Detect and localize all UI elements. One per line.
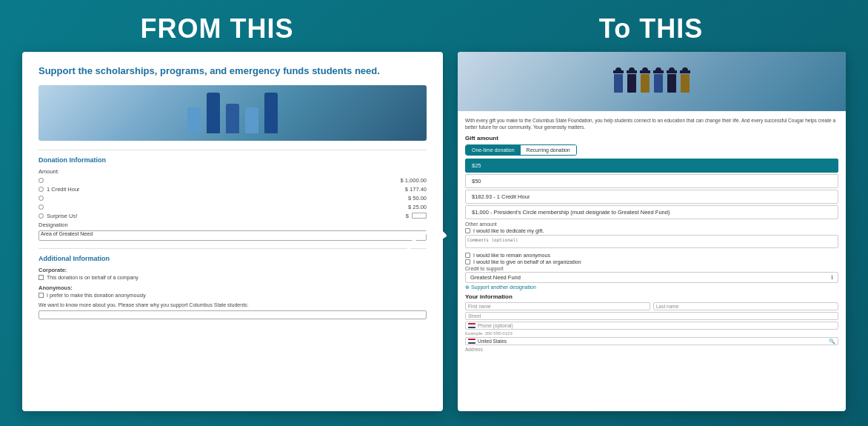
tab-row: One-time donation Recurring donation xyxy=(465,144,577,156)
content-row: Support the scholarships, programs, and … xyxy=(0,52,868,426)
donation-row-3: $ 25.00 xyxy=(39,204,427,210)
right-panel: With every gift you make to the Columbus… xyxy=(458,52,846,411)
fund-name: Greatest Need Fund xyxy=(470,274,521,281)
header-right: To THIS xyxy=(434,13,868,44)
grad-gown-2 xyxy=(627,74,636,93)
radio-4[interactable] xyxy=(39,213,44,219)
grad-cap-5 xyxy=(667,70,677,73)
donation-amount-3: $ 25.00 xyxy=(397,204,427,210)
other-amount-label: Other amount xyxy=(465,222,838,227)
last-name-field[interactable]: Last name xyxy=(653,302,838,310)
header-row: FROM THIS To THIS xyxy=(0,0,868,52)
corporate-item: Corporate: This donation is on behalf of… xyxy=(39,267,427,280)
phone-example: Example: 200 555-0123 xyxy=(465,331,838,336)
country-search-icon: 🔍 xyxy=(829,339,835,345)
corporate-label: Corporate: xyxy=(39,267,427,273)
dedicate-checkbox[interactable] xyxy=(465,228,470,233)
new-form-image xyxy=(458,52,846,111)
grad-cap-2 xyxy=(627,70,637,73)
old-form-image xyxy=(39,85,427,141)
grad-figure-2 xyxy=(627,70,637,93)
donation-section: Donation Information Amount: $ 1,000.00 … xyxy=(39,150,427,241)
radio-2[interactable] xyxy=(39,196,44,201)
behalf-checkbox-row: I would like to give on behalf of an org… xyxy=(465,259,838,264)
donation-label-3 xyxy=(39,204,397,210)
phone-row[interactable]: Phone (optional) xyxy=(465,322,838,330)
figure-2 xyxy=(207,93,220,133)
donation-row-2: $ 50.00 xyxy=(39,195,427,202)
donation-row-1: 1 Credit Hour $ 177.40 xyxy=(39,186,427,193)
first-name-field[interactable]: First name xyxy=(465,302,650,310)
amount-option-0[interactable]: $25 xyxy=(465,159,838,173)
anonymous-item: Anonymous: I prefer to make this donatio… xyxy=(39,284,427,298)
address-label: Address xyxy=(465,347,483,352)
dedicate-label: I would like to dedicate my gift. xyxy=(473,228,544,233)
tab-recurring[interactable]: Recurring donation xyxy=(521,145,576,155)
main-container: FROM THIS To THIS Support the scholarshi… xyxy=(0,0,868,426)
donation-amount-1: $ 177.40 xyxy=(397,186,427,193)
corporate-checkbox-label: This donation is on behalf of a company xyxy=(47,275,138,280)
figure-3 xyxy=(226,104,239,133)
designation-select-wrap: Area of Greatest Need xyxy=(39,230,427,241)
grad-figure-5 xyxy=(667,70,677,93)
anonymous-label-new: I would like to remain anonymous xyxy=(473,253,550,258)
designation-label: Designation xyxy=(39,222,427,228)
grad-figure-1 xyxy=(613,70,624,93)
additional-section: Additional Information Corporate: This d… xyxy=(39,248,427,319)
support-link[interactable]: ⊕ Support another designation xyxy=(465,284,838,290)
anonymous-label: Anonymous: xyxy=(39,284,427,291)
figure-5 xyxy=(264,93,278,133)
grad-gown-6 xyxy=(681,74,690,93)
grad-cap-3 xyxy=(640,70,650,73)
amount-option-3[interactable]: $1,000 - President's Circle membership (… xyxy=(465,205,838,219)
anonymous-checkbox-new[interactable] xyxy=(465,253,470,258)
street-field[interactable]: Street xyxy=(465,312,838,320)
grad-figure-3 xyxy=(640,70,650,93)
donation-row-0: $ 1,000.00 xyxy=(39,177,427,184)
support-textarea[interactable] xyxy=(39,310,427,319)
corporate-checkbox-row: This donation is on behalf of a company xyxy=(39,275,427,280)
tab-one-time[interactable]: One-time donation xyxy=(466,145,521,155)
grad-cap-1 xyxy=(613,70,624,73)
radio-0[interactable] xyxy=(39,178,44,183)
donation-label-1: 1 Credit Hour xyxy=(39,186,397,193)
amount-option-2[interactable]: $182.93 - 1 Credit Hour xyxy=(465,190,838,204)
comment-textarea[interactable] xyxy=(465,235,838,248)
fund-icon: ℹ xyxy=(831,274,833,281)
grad-cap-6 xyxy=(680,70,690,73)
radio-3[interactable] xyxy=(39,204,44,210)
donation-amount-2: $ 50.00 xyxy=(397,195,427,202)
anonymous-checkbox-row-new: I would like to remain anonymous xyxy=(465,253,838,258)
designation-select[interactable]: Area of Greatest Need xyxy=(39,230,427,241)
new-form-inner: With every gift you make to the Columbus… xyxy=(458,117,846,359)
behalf-checkbox[interactable] xyxy=(465,259,470,264)
address-field[interactable]: Address xyxy=(465,347,838,352)
donation-label-2 xyxy=(39,196,397,201)
donation-amount-0: $ 1,000.00 xyxy=(397,177,427,184)
from-this-title: FROM THIS xyxy=(141,13,294,44)
left-panel: Support the scholarships, programs, and … xyxy=(22,52,443,411)
to-this-title: To THIS xyxy=(599,13,703,44)
designation-value: Area of Greatest Need xyxy=(41,231,93,236)
credit-hour-label: 1 Credit Hour xyxy=(47,186,80,193)
figure-4 xyxy=(245,107,258,133)
radio-1[interactable] xyxy=(39,187,44,192)
fund-label: Credit to support xyxy=(465,266,838,271)
country-value: United States xyxy=(478,339,507,344)
your-info-title: Your information xyxy=(465,293,838,300)
anonymous-checkbox[interactable] xyxy=(39,293,44,298)
street-placeholder: Street xyxy=(468,313,481,319)
grad-figure-6 xyxy=(680,70,690,93)
anonymous-checkbox-row: I prefer to make this donation anonymous… xyxy=(39,293,427,298)
grad-gown-5 xyxy=(667,74,676,93)
donation-section-title: Donation Information xyxy=(39,156,427,164)
gift-amount-title: Gift amount xyxy=(465,135,838,142)
country-flag xyxy=(468,339,475,344)
amount-option-1[interactable]: $50 xyxy=(465,174,838,188)
support-link-icon: ⊕ xyxy=(465,284,470,290)
corporate-checkbox[interactable] xyxy=(39,275,44,280)
arrow-container xyxy=(404,217,464,262)
first-name-placeholder: First name xyxy=(468,304,491,309)
country-row[interactable]: United States 🔍 xyxy=(465,337,838,345)
surprise-label: Surprise Us! xyxy=(47,213,77,219)
